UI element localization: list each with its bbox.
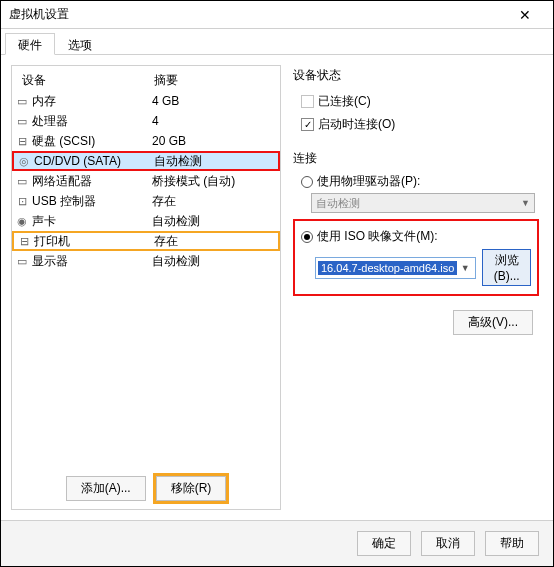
- list-item[interactable]: ▭ 处理器 4: [12, 111, 280, 131]
- physical-drive-value: 自动检测: [316, 196, 360, 211]
- device-summary: 存在: [154, 233, 276, 250]
- list-item[interactable]: ▭ 内存 4 GB: [12, 91, 280, 111]
- browse-label: 浏览(B)...: [494, 253, 520, 283]
- help-button[interactable]: 帮助: [485, 531, 539, 556]
- iso-area: 使用 ISO 映像文件(M): 16.04.7-desktop-amd64.is…: [293, 219, 539, 296]
- hardware-buttons: 添加(A)... 移除(R): [12, 468, 280, 509]
- memory-icon: ▭: [14, 95, 30, 108]
- device-summary: 桥接模式 (自动): [152, 173, 278, 190]
- advanced-button[interactable]: 高级(V)...: [453, 310, 533, 335]
- connection-title: 连接: [293, 150, 539, 167]
- disk-icon: ⊟: [14, 135, 30, 148]
- iso-dropdown-row: 16.04.7-desktop-amd64.iso ▼ 浏览(B)...: [315, 249, 531, 286]
- radio-icon: [301, 231, 313, 243]
- chevron-down-icon: ▼: [521, 198, 530, 208]
- connected-label: 已连接(C): [318, 93, 371, 110]
- list-item[interactable]: ⊡ USB 控制器 存在: [12, 191, 280, 211]
- titlebar: 虚拟机设置 ✕: [1, 1, 553, 29]
- device-name: 打印机: [32, 233, 154, 250]
- connect-at-power-on-label: 启动时连接(O): [318, 116, 395, 133]
- device-name: 硬盘 (SCSI): [30, 133, 152, 150]
- list-item[interactable]: ▭ 网络适配器 桥接模式 (自动): [12, 171, 280, 191]
- columns: 设备 摘要 ▭ 内存 4 GB ▭ 处理器 4 ⊟: [11, 65, 543, 510]
- hardware-panel: 设备 摘要 ▭ 内存 4 GB ▭ 处理器 4 ⊟: [11, 65, 281, 510]
- browse-button[interactable]: 浏览(B)...: [482, 249, 531, 286]
- window-title: 虚拟机设置: [9, 6, 505, 23]
- device-name: 处理器: [30, 113, 152, 130]
- cancel-button[interactable]: 取消: [421, 531, 475, 556]
- advanced-label: 高级(V)...: [468, 315, 518, 329]
- connected-row[interactable]: 已连接(C): [301, 93, 539, 110]
- help-label: 帮助: [500, 536, 524, 550]
- tab-hardware[interactable]: 硬件: [5, 33, 55, 55]
- hardware-header: 设备 摘要: [12, 66, 280, 91]
- device-name: 网络适配器: [30, 173, 152, 190]
- network-icon: ▭: [14, 175, 30, 188]
- add-button[interactable]: 添加(A)...: [66, 476, 146, 501]
- physical-drive-dropdown: 自动检测 ▼: [311, 193, 535, 213]
- details-panel: 设备状态 已连接(C) ✓ 启动时连接(O) 连接 使用物理驱动器(P):: [291, 65, 543, 510]
- col-device: 设备: [16, 72, 154, 89]
- connect-at-power-on-row[interactable]: ✓ 启动时连接(O): [301, 116, 539, 133]
- usb-icon: ⊡: [14, 195, 30, 208]
- connection-group: 连接 使用物理驱动器(P): 自动检测 ▼ 使用 ISO 映像文件(M):: [293, 150, 539, 335]
- iso-path-dropdown[interactable]: 16.04.7-desktop-amd64.iso ▼: [315, 257, 476, 279]
- dialog-body: 设备 摘要 ▭ 内存 4 GB ▭ 处理器 4 ⊟: [1, 55, 553, 520]
- tab-options[interactable]: 选项: [55, 33, 105, 54]
- list-item[interactable]: ◉ 声卡 自动检测: [12, 211, 280, 231]
- advanced-row: 高级(V)...: [293, 310, 539, 335]
- device-summary: 自动检测: [152, 253, 278, 270]
- device-name: USB 控制器: [30, 193, 152, 210]
- use-iso-row[interactable]: 使用 ISO 映像文件(M):: [301, 228, 531, 245]
- disc-icon: ◎: [16, 155, 32, 168]
- device-name: 显示器: [30, 253, 152, 270]
- radio-dot-icon: [304, 234, 310, 240]
- radio-icon: [301, 176, 313, 188]
- cancel-label: 取消: [436, 536, 460, 550]
- dialog-footer: 确定 取消 帮助: [1, 520, 553, 566]
- ok-button[interactable]: 确定: [357, 531, 411, 556]
- device-name: 内存: [30, 93, 152, 110]
- device-summary: 4 GB: [152, 94, 278, 108]
- iso-path-value: 16.04.7-desktop-amd64.iso: [318, 261, 457, 275]
- device-name: 声卡: [30, 213, 152, 230]
- tab-strip: 硬件 选项: [1, 29, 553, 55]
- close-icon[interactable]: ✕: [505, 2, 545, 28]
- chevron-down-icon: ▼: [457, 263, 473, 273]
- remove-button-label: 移除(R): [171, 481, 212, 495]
- add-button-label: 添加(A)...: [81, 481, 131, 495]
- checkbox-icon: [301, 95, 314, 108]
- list-item-cddvd[interactable]: ◎ CD/DVD (SATA) 自动检测: [12, 151, 280, 171]
- cpu-icon: ▭: [14, 115, 30, 128]
- sound-icon: ◉: [14, 215, 30, 228]
- device-summary: 自动检测: [152, 213, 278, 230]
- device-name: CD/DVD (SATA): [32, 154, 154, 168]
- list-item-printer[interactable]: ⊟ 打印机 存在: [12, 231, 280, 251]
- ok-label: 确定: [372, 536, 396, 550]
- use-physical-label: 使用物理驱动器(P):: [317, 173, 420, 190]
- device-summary: 4: [152, 114, 278, 128]
- list-item[interactable]: ▭ 显示器 自动检测: [12, 251, 280, 271]
- device-summary: 20 GB: [152, 134, 278, 148]
- use-iso-label: 使用 ISO 映像文件(M):: [317, 228, 438, 245]
- hardware-list[interactable]: ▭ 内存 4 GB ▭ 处理器 4 ⊟ 硬盘 (SCSI) 20 GB: [12, 91, 280, 468]
- vm-settings-window: 虚拟机设置 ✕ 硬件 选项 设备 摘要 ▭ 内存 4 GB ▭: [0, 0, 554, 567]
- remove-button[interactable]: 移除(R): [156, 476, 227, 501]
- checkbox-icon: ✓: [301, 118, 314, 131]
- col-summary: 摘要: [154, 72, 276, 89]
- display-icon: ▭: [14, 255, 30, 268]
- printer-icon: ⊟: [16, 235, 32, 248]
- device-summary: 自动检测: [154, 153, 276, 170]
- device-status-title: 设备状态: [293, 67, 539, 84]
- list-item[interactable]: ⊟ 硬盘 (SCSI) 20 GB: [12, 131, 280, 151]
- use-physical-row[interactable]: 使用物理驱动器(P):: [301, 173, 539, 190]
- device-summary: 存在: [152, 193, 278, 210]
